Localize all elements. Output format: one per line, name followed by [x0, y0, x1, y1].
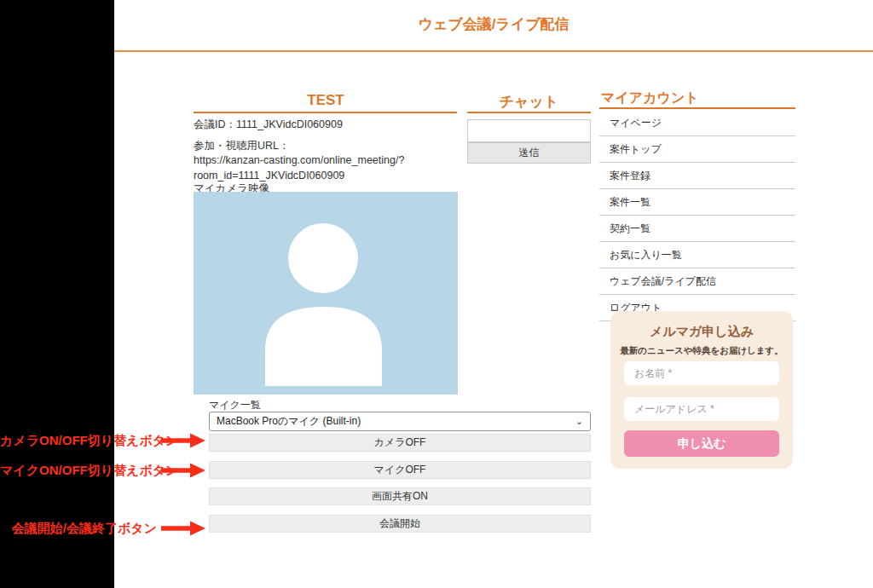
red-arrow-icon — [161, 521, 205, 536]
menu-item-mypage[interactable]: マイページ — [599, 110, 795, 136]
camera-off-button[interactable]: カメラOFF — [209, 434, 591, 452]
meeting-id-text: 会議ID：1111_JKVidcDI060909 — [194, 118, 343, 132]
mic-select-value: MacBook Proのマイク (Built-in) — [217, 414, 575, 429]
my-account-underline — [599, 107, 795, 109]
newsletter-signup-box: メルマガ申し込み 最新のニュースや特典をお届けします。 申し込む — [610, 311, 793, 469]
join-url-line2: room_id=1111_JKVidcDI060909 — [194, 170, 344, 182]
red-arrow-icon — [161, 463, 205, 478]
newsletter-title: メルマガ申し込み — [610, 324, 793, 340]
annotation-mic-toggle-label: マイクON/OFF切り替えボタン — [0, 463, 157, 479]
meeting-title: TEST — [194, 92, 458, 109]
chat-title: チャット — [467, 92, 591, 112]
left-black-bar — [0, 0, 114, 588]
mic-off-button[interactable]: マイクOFF — [209, 461, 591, 479]
join-url-line1: https://kanzan-casting.com/online_meetin… — [194, 154, 404, 166]
menu-item-web-meeting[interactable]: ウェブ会議/ライブ配信 — [599, 268, 795, 295]
join-url-label: 参加・視聴用URL： — [194, 139, 290, 153]
my-account-title: マイアカウント — [601, 89, 699, 107]
screen-share-on-button[interactable]: 画面共有ON — [209, 487, 591, 505]
mic-select[interactable]: MacBook Proのマイク (Built-in) ⌄ — [209, 412, 591, 431]
newsletter-submit-button[interactable]: 申し込む — [624, 430, 779, 457]
annotation-meeting-start-end: 会議開始/会議終了ボタン — [0, 520, 205, 537]
person-silhouette-icon — [194, 192, 458, 395]
menu-item-case-top[interactable]: 案件トップ — [599, 136, 795, 163]
newsletter-subtitle: 最新のニュースや特典をお届けします。 — [610, 345, 793, 357]
menu-item-favorites-list[interactable]: お気に入り一覧 — [599, 242, 795, 268]
menu-item-case-list[interactable]: 案件一覧 — [599, 189, 795, 216]
chevron-down-icon: ⌄ — [575, 417, 583, 426]
newsletter-email-field[interactable] — [624, 397, 779, 421]
meeting-title-underline — [194, 112, 457, 113]
red-arrow-icon — [161, 433, 205, 448]
chat-message-input[interactable] — [467, 119, 591, 142]
account-menu: マイページ 案件トップ 案件登録 案件一覧 契約一覧 お気に入り一覧 ウェブ会議… — [599, 110, 795, 321]
page-header: ウェブ会議/ライブ配信 — [114, 0, 873, 51]
page-title: ウェブ会議/ライブ配信 — [114, 14, 873, 34]
web-meeting-page: ウェブ会議/ライブ配信 TEST 会議ID：1111_JKVidcDI06090… — [0, 0, 873, 588]
annotation-meeting-start-end-label: 会議開始/会議終了ボタン — [0, 521, 157, 537]
meeting-start-button[interactable]: 会議開始 — [209, 515, 591, 533]
menu-item-case-register[interactable]: 案件登録 — [599, 163, 795, 189]
menu-item-contract-list[interactable]: 契約一覧 — [599, 216, 795, 242]
mic-list-label: マイク一覧 — [209, 398, 261, 412]
annotation-camera-toggle: カメラON/OFF切り替えボタン — [0, 432, 205, 449]
annotation-camera-toggle-label: カメラON/OFF切り替えボタン — [0, 433, 157, 449]
header-divider — [114, 50, 873, 52]
chat-send-button[interactable]: 送信 — [467, 142, 591, 164]
newsletter-name-field[interactable] — [624, 361, 779, 385]
chat-title-underline — [467, 112, 591, 113]
my-camera-video-placeholder — [194, 192, 458, 395]
annotation-mic-toggle: マイクON/OFF切り替えボタン — [0, 462, 205, 479]
